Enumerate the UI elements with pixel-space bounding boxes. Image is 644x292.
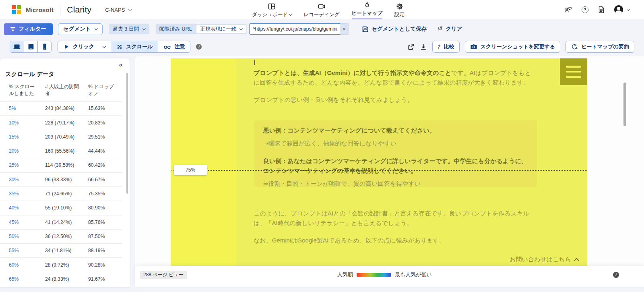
- visitors-cell: 36 (12.50%): [45, 234, 88, 239]
- table-row[interactable]: 65% 24 (8.33%) 91.67%: [0, 272, 122, 286]
- info-icon[interactable]: i: [196, 44, 202, 50]
- text-cursor: [254, 60, 255, 65]
- scrolled-cell[interactable]: 35%: [9, 191, 45, 197]
- table-row[interactable]: 55% 34 (11.81%) 88.19%: [0, 244, 122, 258]
- help-button[interactable]: ?: [582, 6, 588, 13]
- visitors-cell: 34 (11.81%): [45, 248, 88, 253]
- device-mobile-button[interactable]: [37, 41, 51, 52]
- segments-button[interactable]: セグメント: [58, 23, 103, 35]
- document-icon: [598, 6, 605, 14]
- release-notes-button[interactable]: [598, 6, 605, 14]
- table-row[interactable]: 50% 36 (12.50%) 87.50%: [0, 230, 122, 244]
- scrolled-cell[interactable]: 25%: [9, 162, 45, 168]
- scroll-heatmap-tab[interactable]: スクロール: [111, 41, 158, 52]
- col-visitors: # 人以上の訪問者: [45, 83, 88, 97]
- scrolled-cell[interactable]: 40%: [9, 205, 45, 211]
- dropoff-cell: 29.51%: [88, 134, 122, 140]
- dropoff-cell: 85.76%: [88, 220, 122, 225]
- ai-summary-icon: [571, 43, 578, 50]
- table-row[interactable]: 45% 41 (14.24%) 85.76%: [0, 215, 122, 230]
- nav-label: 設定: [394, 11, 405, 18]
- date-range-dropdown[interactable]: 過去 3 日間: [109, 24, 149, 34]
- nav-heatmaps[interactable]: ヒートマップ: [352, 0, 382, 19]
- click-heatmap-tab[interactable]: クリック: [58, 41, 111, 52]
- nav-label: ダッシュボード: [252, 11, 288, 18]
- scrolled-cell[interactable]: 50%: [9, 234, 45, 239]
- change-screenshot-button[interactable]: スクリーンショットを変更する: [465, 41, 560, 53]
- collapse-panel-icon[interactable]: «: [119, 61, 123, 69]
- dropoff-cell: 44.44%: [88, 148, 122, 154]
- project-selector[interactable]: C-NAPS: [105, 7, 131, 13]
- panel-scrollbar[interactable]: [126, 73, 128, 194]
- filters-button[interactable]: フィルター: [4, 23, 53, 35]
- scroll-depth-marker: 75%: [174, 165, 207, 175]
- device-tablet-button[interactable]: [24, 41, 37, 52]
- table-row[interactable]: 10% 228 (79.17%) 20.83%: [0, 116, 122, 130]
- clear-filters-button[interactable]: ↺ クリア: [438, 25, 462, 33]
- visitors-cell: 24 (8.33%): [45, 276, 88, 282]
- table-row[interactable]: 20% 160 (55.56%) 44.44%: [0, 144, 122, 158]
- visitors-cell: 228 (79.17%): [45, 120, 88, 126]
- scrolled-cell[interactable]: 55%: [9, 248, 45, 253]
- page-paragraph: プロンプトの悪い例・良い例をそれぞれ見てみましょう。: [254, 95, 535, 105]
- device-desktop-button[interactable]: [10, 41, 24, 52]
- visitors-cell: 55 (19.10%): [45, 205, 88, 211]
- table-row[interactable]: 5% 243 (84.38%) 15.63%: [0, 101, 122, 116]
- download-button[interactable]: [420, 43, 427, 51]
- heatmap-toolbar: クリック スクロール 注意 i: [10, 41, 634, 53]
- chevron-down-icon: [95, 27, 98, 30]
- share-button[interactable]: [407, 43, 415, 51]
- scrolled-cell[interactable]: 15%: [9, 134, 45, 140]
- dropoff-cell: 66.67%: [88, 177, 122, 182]
- close-icon[interactable]: ×: [340, 23, 349, 35]
- scroll-depth-line: [171, 170, 587, 171]
- attention-heatmap-tab[interactable]: 注意: [158, 41, 190, 52]
- visitors-cell: 243 (84.38%): [45, 106, 88, 111]
- good-example-note: ⇒役割・目的・トーンが明確で、質の高い回答を得やすい: [263, 179, 528, 188]
- url-match-type-dropdown[interactable]: 正規表現に一致: [196, 24, 246, 34]
- info-icon[interactable]: i: [613, 272, 619, 278]
- scrolled-cell[interactable]: 45%: [9, 220, 45, 225]
- download-icon: [420, 43, 427, 51]
- scrolled-cell[interactable]: 5%: [9, 106, 45, 111]
- heatmap-canvas: プロンプトとは、生成AI（Gemini）に対して行う指示文や命令文のことです。A…: [171, 58, 587, 266]
- table-row[interactable]: 35% 71 (24.65%) 75.35%: [0, 187, 122, 201]
- gear-icon: [396, 2, 404, 10]
- col-scrolled: % スクロールしました: [9, 83, 45, 97]
- contact-link[interactable]: お問い合わせはこちら: [510, 256, 578, 263]
- compare-button[interactable]: ⇄ 比較: [432, 41, 460, 53]
- scrolled-cell[interactable]: 65%: [9, 276, 45, 282]
- brand: Microsoft Clarity C-NAPS: [12, 0, 131, 19]
- heatmap-type-selector: クリック スクロール 注意: [58, 41, 190, 53]
- table-row[interactable]: 60% 28 (9.72%) 90.28%: [0, 258, 122, 272]
- dropoff-cell: 87.50%: [88, 234, 122, 239]
- url-filter-input[interactable]: [249, 23, 340, 35]
- scrolled-cell[interactable]: 30%: [9, 177, 45, 182]
- heatmap-left-margin: [171, 58, 236, 266]
- chevron-down-icon: [128, 8, 132, 11]
- nav-recordings[interactable]: レコーディング: [303, 0, 339, 19]
- scrolled-cell[interactable]: 20%: [9, 148, 45, 154]
- hamburger-menu-hotspot[interactable]: [560, 58, 587, 85]
- nav-dashboard[interactable]: ダッシュボード: [252, 0, 291, 19]
- good-example-title: 良い例：あなたはコンテンツマーケティングに詳しいライターです。中学生にも分かるよ…: [263, 156, 528, 176]
- nav-label: ヒートマップ: [352, 10, 382, 17]
- account-menu[interactable]: [614, 5, 630, 14]
- save-as-segment-button[interactable]: セグメントとして保存: [362, 25, 427, 33]
- heatmap-summary-button[interactable]: ヒートマップの要約: [566, 41, 634, 53]
- scrolled-cell[interactable]: 60%: [9, 262, 45, 268]
- table-row[interactable]: 25% 114 (39.58%) 60.42%: [0, 158, 122, 172]
- nav-settings[interactable]: 設定: [394, 0, 405, 19]
- click-cursor-icon: [63, 43, 70, 50]
- dropoff-cell: 88.19%: [88, 248, 122, 253]
- feedback-button[interactable]: [564, 6, 572, 14]
- mobile-icon: [41, 43, 49, 50]
- table-row[interactable]: 15% 203 (70.49%) 29.51%: [0, 130, 122, 144]
- scrolled-cell[interactable]: 10%: [9, 120, 45, 126]
- filter-icon: [10, 27, 15, 31]
- table-row[interactable]: 40% 55 (19.10%) 80.90%: [0, 201, 122, 215]
- table-row[interactable]: 30% 96 (33.33%) 66.67%: [0, 173, 122, 187]
- dropoff-cell: 90.28%: [88, 262, 122, 268]
- page-paragraph: このように、プロンプトはAIとの「会話の設計書」と言える存在です。良いプロンプト…: [254, 209, 535, 228]
- viewport-scrollbar[interactable]: [623, 83, 626, 126]
